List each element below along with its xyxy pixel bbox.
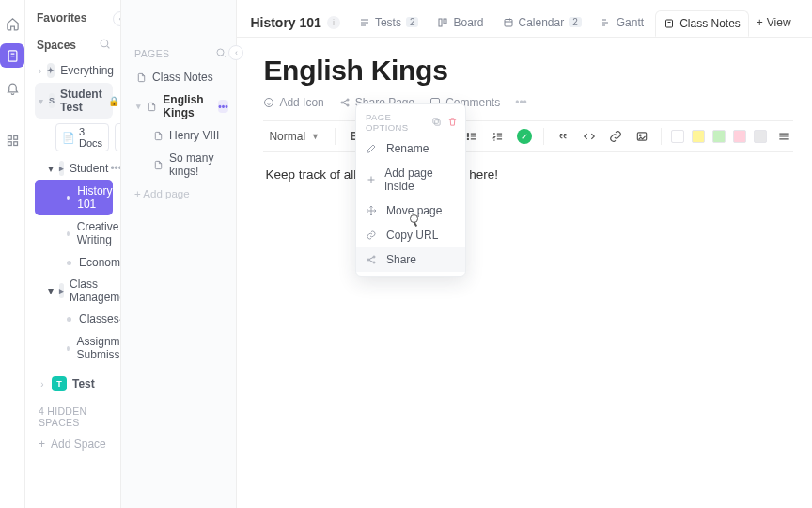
color-swatch[interactable] — [712, 130, 726, 143]
color-swatch[interactable] — [754, 130, 767, 143]
tab-badge: 2 — [569, 17, 582, 27]
page-label: Henry VIII — [169, 129, 219, 142]
sidebar-item-label: Everything — [60, 64, 114, 77]
sidebar-item-student-test[interactable]: ▾ S Student Test 🔒 — [35, 83, 113, 119]
menu-rename[interactable]: Rename — [356, 136, 465, 161]
add-space-button[interactable]: + Add Space — [35, 434, 113, 454]
duplicate-icon[interactable] — [431, 117, 442, 129]
doc-title[interactable]: English Kings — [263, 55, 793, 87]
menu-label: Rename — [386, 142, 429, 155]
page-henry-viii[interactable]: Henry VIII — [121, 124, 236, 147]
app-icon-rail — [0, 0, 25, 508]
style-select[interactable]: Normal▼ — [263, 130, 325, 143]
bell-icon[interactable] — [0, 75, 24, 100]
page-options-menu: PAGE OPTIONS Rename Add page inside Move… — [355, 103, 466, 277]
svg-rect-7 — [439, 19, 442, 26]
tab-tests[interactable]: Tests2 — [351, 10, 427, 35]
lock-icon: 🔒 — [108, 96, 119, 106]
sidebar-item-test[interactable]: › T Test — [35, 372, 113, 396]
trash-icon[interactable] — [447, 117, 458, 129]
checklist-button[interactable]: ✓ — [515, 127, 534, 146]
sidebar-item-everything[interactable]: › ✦ Everything — [35, 58, 113, 83]
chevron-down-icon: ▾ — [39, 96, 43, 106]
add-page-button[interactable]: + Add page — [121, 183, 236, 205]
chevron-down-icon: ▾ — [48, 284, 54, 297]
info-icon[interactable]: i — [327, 16, 340, 29]
sidebar-item-label: Student Test — [60, 87, 102, 114]
svg-rect-21 — [433, 118, 439, 122]
list-assignment-submissions[interactable]: Assignment Submissio...1 — [35, 330, 113, 366]
doc-body[interactable]: Keep track of all of your class notes he… — [263, 152, 793, 197]
check-icon: ✓ — [517, 129, 532, 144]
chevron-down-icon: ▾ — [136, 102, 141, 111]
editor-toolbar: Normal▼ B I U S ✓ — [263, 120, 793, 152]
folder-class-management[interactable]: ▾ ▸ Class Management ••• + — [35, 274, 113, 308]
space-avatar-icon: T — [52, 376, 67, 391]
hidden-spaces-label[interactable]: 4 HIDDEN SPACES — [35, 396, 113, 434]
doc-more-icon[interactable]: ••• — [515, 96, 527, 109]
page-icon — [153, 159, 164, 171]
page-so-many-kings[interactable]: So many kings! — [121, 147, 236, 183]
folder-label: Class Management — [70, 278, 121, 304]
search-icon[interactable] — [99, 38, 111, 53]
docs-pill[interactable]: 📄3 Docs — [55, 123, 109, 151]
toolbar-more-button[interactable] — [774, 127, 793, 146]
page-class-notes[interactable]: Class Notes — [121, 66, 236, 88]
svg-point-17 — [467, 138, 468, 139]
svg-point-13 — [347, 99, 349, 101]
sidebar-collapse-icon[interactable]: ‹ — [113, 11, 121, 26]
tab-class-notes[interactable]: Class Notes — [655, 10, 749, 37]
menu-add-page-inside[interactable]: Add page inside — [356, 161, 465, 198]
color-swatch[interactable] — [671, 130, 684, 143]
list-label: Classes — [79, 312, 119, 325]
tab-label: Calendar — [519, 16, 565, 29]
list-history-101[interactable]: History 1014 — [35, 180, 113, 215]
add-icon-button[interactable]: Add Icon — [263, 96, 323, 109]
chat-pill[interactable]: #1 Chat — [115, 123, 121, 151]
tab-label: Board — [453, 16, 483, 29]
chevron-right-icon: › — [39, 379, 46, 389]
list-creative-writing[interactable]: Creative Writing2 — [35, 215, 113, 251]
page-label: Class Notes — [152, 71, 213, 84]
menu-share[interactable]: Share — [356, 247, 465, 272]
plus-icon: + — [39, 437, 45, 451]
color-swatch[interactable] — [733, 130, 746, 143]
page-title: History 101 — [250, 15, 320, 30]
attachment-button[interactable] — [632, 127, 651, 146]
quote-button[interactable] — [554, 127, 572, 146]
page-english-kings[interactable]: ▾ English Kings ••• — [121, 88, 236, 124]
folder-student[interactable]: ▾ ▸ Student ••• + — [35, 157, 113, 180]
docs-rail-icon[interactable] — [0, 43, 24, 68]
add-view-button[interactable]: +View — [757, 16, 791, 29]
code-button[interactable] — [580, 127, 599, 146]
menu-copy-url[interactable]: Copy URL — [356, 223, 465, 247]
list-classes[interactable]: Classes4 — [35, 308, 113, 330]
tab-gantt[interactable]: Gantt — [593, 10, 651, 35]
list-label: Creative Writing — [77, 220, 121, 246]
home-icon[interactable] — [0, 11, 24, 36]
page-more-icon[interactable]: ••• — [218, 100, 229, 113]
tab-label: Gantt — [617, 16, 644, 29]
menu-heading: PAGE OPTIONS — [366, 112, 431, 133]
link-button[interactable] — [606, 127, 625, 146]
pages-search-icon[interactable] — [215, 47, 226, 60]
tab-calendar[interactable]: Calendar2 — [495, 10, 589, 35]
svg-point-24 — [373, 262, 375, 263]
page-icon — [147, 101, 157, 113]
tab-badge: 2 — [406, 17, 419, 27]
color-swatch[interactable] — [692, 130, 705, 143]
favorites-heading[interactable]: Favorites — [35, 11, 113, 24]
add-view-label: View — [767, 16, 791, 29]
folder-more-icon[interactable]: ••• — [108, 162, 121, 175]
docs-chat-row: 📄3 Docs #1 Chat — [35, 119, 113, 157]
spaces-sidebar: ‹ Favorites Spaces › ✦ Everything ▾ S St… — [25, 0, 121, 508]
svg-rect-2 — [13, 135, 17, 139]
plus-icon: + — [757, 16, 763, 29]
svg-point-5 — [101, 40, 108, 47]
numbered-list-button[interactable] — [489, 127, 508, 146]
apps-icon[interactable] — [0, 128, 24, 152]
tab-board[interactable]: Board — [429, 10, 491, 35]
spaces-heading[interactable]: Spaces — [37, 39, 76, 52]
list-economics[interactable]: Economics2 — [35, 251, 113, 274]
folder-icon: ▸ — [59, 283, 64, 298]
